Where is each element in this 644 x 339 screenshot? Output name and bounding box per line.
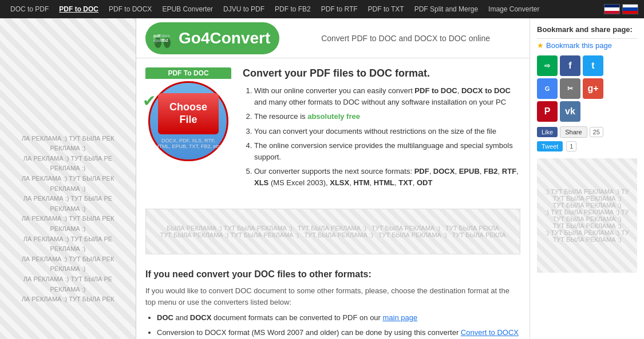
nav-doc-to-pdf[interactable]: DOC to PDF (6, 2, 53, 17)
star-icon: ★ (537, 41, 544, 50)
converter-area: PDF To DOC ✔ Choose File DOCX, PDF, XLS,… (136, 58, 530, 203)
pdf-to-doc-box: PDF To DOC ✔ Choose File DOCX, PDF, XLS,… (145, 67, 231, 161)
tweet-button[interactable]: Tweet (537, 141, 563, 151)
social-buttons-grid: ⇨ f t G ✂ g+ P vk (537, 55, 637, 122)
if-section-list: DOC and DOCX document formats can be con… (157, 312, 520, 339)
choose-file-button[interactable]: Choose File (158, 93, 219, 134)
pdf-label: PDF To DOC (145, 67, 231, 79)
bookmark-link-text: Bookmark this page (546, 41, 612, 50)
share-button-2[interactable]: Share (560, 126, 587, 138)
center-content: pdf docx epub fb2 Go4Convert Convert PDF… (136, 18, 530, 339)
site-header: pdf docx epub fb2 Go4Convert Convert PDF… (136, 18, 530, 58)
logo[interactable]: pdf docx epub fb2 Go4Convert (145, 22, 279, 54)
like-count: 25 (590, 127, 603, 137)
like-bar: Like Share 25 (537, 126, 637, 138)
left-ad-text: ЛА РЕКЛАМА :) ТУТ БЫЛА РЕК РЕКЛАМА :) ЛА… (22, 134, 114, 305)
google-search-button[interactable]: G (537, 78, 558, 99)
flag-uk[interactable] (604, 4, 620, 14)
ad-mid-text: БЫЛА РЕКЛАМА :) ТУТ БЫЛА РЕКЛАМА :) ТУТ … (146, 209, 520, 254)
logo-icon: pdf docx epub fb2 (151, 27, 174, 50)
nav-pdf-to-rtf[interactable]: PDF to RTF (317, 2, 362, 17)
link-main-page[interactable]: main page (383, 313, 418, 322)
twitter-button[interactable]: t (583, 55, 603, 76)
header-tagline: Convert PDF to DOC and DOCX to DOC onlin… (291, 34, 520, 43)
svg-text:fb2: fb2 (161, 38, 169, 43)
nav-pdf-to-txt[interactable]: PDF to TXT (364, 2, 409, 17)
svg-text:pdf: pdf (153, 33, 161, 38)
tweet-count: 1 (566, 141, 576, 151)
if-section: If you need convert your DOC files to ot… (136, 260, 530, 339)
nav-pdf-to-docx[interactable]: PDF to DOCX (104, 2, 156, 17)
top-navigation: DOC to PDF PDF to DOC PDF to DOCX EPUB C… (0, 0, 644, 18)
feature-3: You can convert your documents without r… (254, 126, 520, 137)
nav-image-converter[interactable]: Image Converter (484, 2, 544, 17)
svg-text:docx: docx (161, 34, 170, 38)
main-content: Convert your PDF files to DOC format. Wi… (243, 67, 520, 194)
share-button[interactable]: ⇨ (537, 55, 558, 76)
nav-pdf-split-merge[interactable]: PDF Split and Merge (410, 2, 483, 17)
facebook-button[interactable]: f (560, 55, 580, 76)
main-wrapper: ЛА РЕКЛАМА :) ТУТ БЫЛА РЕК РЕКЛАМА :) ЛА… (0, 18, 644, 339)
bookmark-section-title: Bookmark and share page: (537, 25, 637, 34)
logo-text: Go4Convert (179, 29, 270, 47)
feature-1: With our online converter you can easily… (254, 85, 520, 107)
if-item-1: DOC and DOCX document formats can be con… (157, 312, 520, 324)
like-button[interactable]: Like (537, 127, 558, 137)
flag-ru[interactable] (622, 4, 638, 14)
features-list: With our online converter you can easily… (254, 85, 520, 188)
feature-2: The resource is absolutely free (254, 111, 520, 122)
if-section-intro: If you would like to convert DOC documen… (145, 285, 520, 308)
clipboard-button[interactable]: ✂ (560, 78, 580, 99)
nav-epub-converter[interactable]: EPUB Converter (157, 2, 218, 17)
feature-4: The online conversion service provides t… (254, 140, 520, 162)
left-ad-sidebar: ЛА РЕКЛАМА :) ТУТ БЫЛА РЕК РЕКЛАМА :) ЛА… (0, 18, 136, 339)
nav-djvu-to-pdf[interactable]: DJVU to PDF (219, 2, 269, 17)
nav-pdf-to-doc[interactable]: PDF to DOC (54, 2, 103, 17)
right-ad-text: :) ТУТ БЫЛА РЕКЛАМА :) ТУ ТУТ БЫЛА РЕКЛА… (545, 188, 629, 243)
nav-pdf-to-fb2[interactable]: PDF to FB2 (270, 2, 315, 17)
right-ad-area: :) ТУТ БЫЛА РЕКЛАМА :) ТУ ТУТ БЫЛА РЕКЛА… (537, 158, 637, 273)
bookmark-section: Bookmark and share page: ★ Bookmark this… (537, 25, 637, 151)
if-section-title: If you need convert your DOC files to ot… (145, 269, 520, 280)
arrow-icon: ✔ (143, 91, 156, 110)
right-sidebar: Bookmark and share page: ★ Bookmark this… (530, 18, 644, 339)
bookmark-link[interactable]: ★ Bookmark this page (537, 41, 637, 50)
language-flags (604, 4, 638, 14)
feature-5: Our converter supports the next source f… (254, 166, 520, 188)
if-item-2: Conversion to DOCX format (MS Word 2007 … (157, 327, 520, 338)
pinterest-button[interactable]: P (537, 101, 558, 122)
main-title: Convert your PDF files to DOC format. (243, 67, 520, 79)
ad-banner-middle: БЫЛА РЕКЛАМА :) ТУТ БЫЛА РЕКЛАМА :) ТУТ … (145, 209, 520, 254)
format-text: DOCX, PDF, XLS, RTF, HTML, EPUB, TXT, FB… (150, 138, 227, 149)
vk-button[interactable]: vk (560, 101, 580, 122)
circle-border: Choose File DOCX, PDF, XLS, RTF, HTML, E… (148, 81, 228, 161)
link-convert-docx[interactable]: Convert to DOCX (461, 328, 519, 337)
tweet-bar: Tweet 1 (537, 141, 637, 151)
google-plus-button[interactable]: g+ (583, 78, 603, 99)
